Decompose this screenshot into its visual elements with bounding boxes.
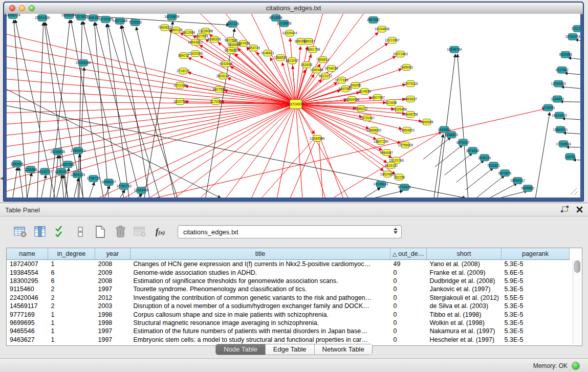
- resize-grip-icon[interactable]: [571, 188, 578, 195]
- table-cell[interactable]: Hescheler et al. (1997): [427, 336, 502, 344]
- table-cell[interactable]: 1: [48, 260, 95, 269]
- table-row[interactable]: 946554611997Estimation of the future num…: [7, 327, 570, 335]
- table-cell[interactable]: 6: [48, 268, 95, 276]
- column-header-short[interactable]: short: [427, 248, 502, 260]
- tab-network-table[interactable]: Network Table: [314, 344, 372, 355]
- table-cell[interactable]: Changes of HCN gene expression and I(f) …: [130, 260, 390, 269]
- column-visibility-table-icon[interactable]: [33, 225, 48, 238]
- table-cell[interactable]: 5.3E-5: [502, 285, 570, 293]
- table-cell[interactable]: Disruption of a novel member of a sodium…: [130, 302, 390, 310]
- function-builder-icon[interactable]: f(x): [153, 225, 167, 238]
- table-cell[interactable]: 5.3E-5: [502, 310, 570, 318]
- float-panel-icon[interactable]: [560, 206, 569, 213]
- table-row[interactable]: 946362711997Embryonic stem cells: a mode…: [7, 336, 570, 344]
- table-cell[interactable]: 5.3E-5: [502, 302, 570, 310]
- table-cell[interactable]: 19384554: [7, 268, 48, 276]
- table-vertical-scrollbar[interactable]: [573, 259, 581, 344]
- table-cell[interactable]: 0: [390, 294, 427, 302]
- table-row[interactable]: 1830029562008Estimation of significance …: [7, 277, 570, 285]
- table-cell[interactable]: 2003: [95, 302, 130, 310]
- tab-node-table[interactable]: Node Table: [216, 344, 265, 355]
- column-header-year[interactable]: year: [95, 248, 130, 260]
- table-cell[interactable]: 2012: [95, 294, 130, 302]
- table-cell[interactable]: 2: [48, 302, 95, 310]
- table-cell[interactable]: Corpus callosum shape and size in male p…: [130, 310, 390, 318]
- table-cell[interactable]: 49: [390, 260, 427, 269]
- attribute-settings-table-icon[interactable]: [13, 225, 28, 238]
- table-cell[interactable]: 9465546: [7, 327, 48, 335]
- table-cell[interactable]: Franke et al. (2009): [427, 268, 502, 276]
- table-row[interactable]: 911546021997Tourette syndrome. Phenomeno…: [7, 285, 570, 293]
- column-header-pagerank[interactable]: pagerank: [502, 248, 570, 260]
- table-cell[interactable]: 1997: [95, 285, 130, 293]
- table-cell[interactable]: 2008: [95, 277, 130, 285]
- table-cell[interactable]: 0: [390, 302, 427, 310]
- table-cell[interactable]: 2: [48, 285, 95, 293]
- table-cell[interactable]: 9699695: [7, 319, 48, 327]
- table-cell[interactable]: 6: [48, 277, 95, 285]
- table-cell[interactable]: 1: [48, 336, 95, 344]
- table-row[interactable]: 969969511998Structural magnetic resonanc…: [7, 319, 570, 327]
- table-cell[interactable]: Jankovic et al. (1997): [427, 285, 502, 293]
- column-header-name[interactable]: name: [7, 248, 48, 260]
- column-header-title[interactable]: title: [130, 248, 390, 260]
- table-cell[interactable]: 2008: [95, 260, 130, 269]
- close-panel-icon[interactable]: [576, 206, 583, 213]
- table-cell[interactable]: de Silva et al. (2003): [427, 302, 502, 310]
- table-cell[interactable]: Investigating the contribution of common…: [130, 294, 390, 302]
- table-cell[interactable]: 1998: [95, 310, 130, 318]
- table-cell[interactable]: 5.5E-5: [502, 294, 570, 302]
- select-checks-icon[interactable]: [53, 225, 68, 238]
- table-cell[interactable]: 5.3E-5: [502, 327, 570, 335]
- table-cell[interactable]: 2009: [95, 268, 130, 276]
- table-row[interactable]: 1456911722003Disruption of a novel membe…: [7, 302, 570, 310]
- table-cell[interactable]: 0: [390, 336, 427, 344]
- table-cell[interactable]: 0: [390, 319, 427, 327]
- table-row[interactable]: 1938455462009Genome-wide association stu…: [7, 268, 570, 276]
- table-cell[interactable]: Tibbo et al. (1998): [427, 310, 502, 318]
- table-cell[interactable]: 1997: [95, 336, 130, 344]
- table-cell[interactable]: Dudbridge et al. (2008): [427, 277, 502, 285]
- table-cell[interactable]: 9777169: [7, 310, 48, 318]
- scrollbar-thumb[interactable]: [574, 260, 580, 273]
- table-row[interactable]: 977716911998Corpus callosum shape and si…: [7, 310, 570, 318]
- table-cell[interactable]: 18300295: [7, 277, 48, 285]
- table-cell[interactable]: Wolkin et al. (1998): [427, 319, 502, 327]
- table-cell[interactable]: 0: [390, 310, 427, 318]
- table-cell[interactable]: Tourette syndrome. Phenomenology and cla…: [130, 285, 390, 293]
- table-cell[interactable]: Stergiakouli et al. (2012): [427, 294, 502, 302]
- table-cell[interactable]: 0: [390, 277, 427, 285]
- column-header-in_degree[interactable]: in_degree: [48, 248, 95, 260]
- table-selector-dropdown[interactable]: citations_edges.txt: [178, 225, 402, 238]
- citation-red-edges[interactable]: [155, 30, 546, 198]
- table-cell[interactable]: Structural magnetic resonance image aver…: [130, 319, 390, 327]
- table-cell[interactable]: 2: [48, 294, 95, 302]
- table-cell[interactable]: 9463627: [7, 336, 48, 344]
- table-row[interactable]: 2242004622012Investigating the contribut…: [7, 294, 570, 302]
- table-cell[interactable]: 5.6E-5: [502, 268, 570, 276]
- table-cell[interactable]: Nakamura et al. (1997): [427, 327, 502, 335]
- table-cell[interactable]: 5.3E-5: [502, 319, 570, 327]
- table-cell[interactable]: 5.9E-5: [502, 277, 570, 285]
- table-cell[interactable]: 1: [48, 319, 95, 327]
- table-cell[interactable]: 0: [390, 285, 427, 293]
- new-document-icon[interactable]: [93, 225, 107, 238]
- column-header-out_de[interactable]: △out_de…: [390, 248, 427, 260]
- table-cell[interactable]: 1998: [95, 319, 130, 327]
- table-cell[interactable]: Estimation of significance thresholds fo…: [130, 277, 390, 285]
- network-canvas-area[interactable]: 1405572420691406106532871527802646616010…: [7, 14, 580, 198]
- collapse-left-panel-icon[interactable]: ◀: [0, 176, 3, 181]
- table-cell[interactable]: Genome-wide association studies in ADHD.: [130, 268, 390, 276]
- row-format-icon[interactable]: [73, 225, 88, 238]
- table-cell[interactable]: Estimation of the future numbers of pati…: [130, 327, 390, 335]
- table-cell[interactable]: 9115460: [7, 285, 48, 293]
- table-cell[interactable]: Embryonic stem cells: a model to study s…: [130, 336, 390, 344]
- table-cell[interactable]: 22420046: [7, 294, 48, 302]
- table-cell[interactable]: 0: [390, 327, 427, 335]
- table-cell[interactable]: 5.3E-5: [502, 336, 570, 344]
- table-cell[interactable]: Yano et al. (2008): [427, 260, 502, 269]
- table-cell[interactable]: 5.3E-5: [502, 260, 570, 269]
- delete-trash-icon[interactable]: [113, 225, 127, 238]
- table-row[interactable]: 1872400712008Changes of HCN gene express…: [7, 260, 570, 269]
- table-cell[interactable]: 0: [390, 268, 427, 276]
